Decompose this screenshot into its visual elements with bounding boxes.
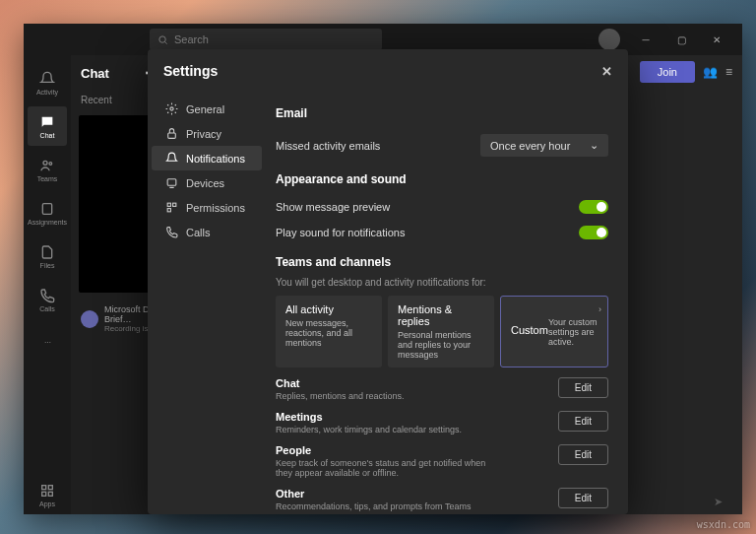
gear-icon — [165, 102, 178, 115]
join-button[interactable]: Join — [640, 61, 695, 83]
chevron-right-icon: › — [598, 304, 601, 314]
meeting-avatar — [81, 310, 98, 328]
minimize-button[interactable]: ─ — [628, 26, 663, 53]
svg-rect-9 — [168, 133, 176, 138]
more-icon: ⋯ — [44, 339, 51, 347]
appbar-calls[interactable]: Calls — [28, 280, 67, 319]
svg-rect-5 — [48, 485, 52, 489]
search-icon — [158, 34, 168, 45]
participants-icon[interactable]: 👥 — [703, 65, 718, 79]
permissions-icon — [165, 201, 178, 214]
settings-nav: General Privacy Notifications Devices Pe… — [148, 93, 266, 514]
close-window-button[interactable]: ✕ — [699, 26, 734, 53]
apps-icon — [39, 483, 55, 499]
appbar-teams[interactable]: Teams — [28, 150, 67, 189]
search-placeholder: Search — [174, 33, 209, 45]
missed-activity-label: Missed activity emails — [276, 140, 380, 152]
show-preview-toggle[interactable] — [579, 200, 608, 214]
files-icon — [39, 244, 55, 260]
assignments-icon — [39, 201, 55, 217]
nav-permissions[interactable]: Permissions — [152, 195, 262, 220]
edit-chat-button[interactable]: Edit — [558, 377, 608, 398]
nav-notifications[interactable]: Notifications — [152, 146, 262, 170]
phone-icon — [165, 226, 178, 238]
nav-general[interactable]: General — [152, 97, 262, 121]
appbar-more[interactable]: ⋯ — [28, 323, 67, 363]
play-sound-label: Play sound for notifications — [276, 227, 405, 238]
card-mentions-replies[interactable]: Mentions & replies Personal mentions and… — [388, 296, 494, 367]
nav-calls[interactable]: Calls — [152, 220, 262, 244]
close-icon[interactable]: ✕ — [601, 64, 612, 79]
section-teams: Teams and channels — [276, 255, 608, 269]
section-people: PeopleKeep track of someone's status and… — [276, 444, 608, 478]
svg-point-2 — [49, 162, 52, 165]
settings-content: Email Missed activity emails Once every … — [266, 93, 628, 514]
svg-rect-12 — [173, 203, 176, 206]
edit-people-button[interactable]: Edit — [558, 444, 608, 465]
bell-icon — [165, 152, 178, 165]
section-chat: ChatReplies, mentions and reactions. Edi… — [276, 377, 608, 401]
app-bar: Activity Chat Teams Assignments Files Ca… — [24, 55, 71, 514]
send-icon[interactable]: ➤ — [714, 496, 723, 508]
svg-rect-3 — [42, 203, 51, 214]
appbar-chat[interactable]: Chat — [28, 106, 67, 146]
lock-icon — [165, 127, 178, 140]
card-custom[interactable]: Custom Your custom settings are active. … — [500, 296, 608, 367]
svg-rect-7 — [48, 492, 52, 496]
maximize-button[interactable]: ▢ — [663, 26, 699, 53]
watermark: wsxdn.com — [697, 519, 750, 530]
chevron-down-icon: ⌄ — [590, 139, 598, 152]
svg-rect-6 — [42, 492, 46, 496]
missed-activity-select[interactable]: Once every hour ⌄ — [480, 134, 608, 157]
bell-icon — [39, 71, 55, 87]
teams-icon — [39, 158, 55, 173]
section-appearance: Appearance and sound — [276, 172, 608, 186]
section-meetings: MeetingsReminders, work timings and cale… — [276, 411, 608, 434]
appbar-files[interactable]: Files — [28, 236, 67, 276]
appbar-apps[interactable]: Apps — [28, 475, 67, 514]
nav-privacy[interactable]: Privacy — [152, 121, 262, 146]
phone-icon — [39, 288, 55, 303]
section-other: OtherRecommendations, tips, and prompts … — [276, 488, 608, 511]
card-all-activity[interactable]: All activity New messages, reactions, an… — [276, 296, 382, 367]
svg-rect-10 — [167, 179, 176, 186]
appbar-activity[interactable]: Activity — [28, 63, 67, 102]
edit-other-button[interactable]: Edit — [558, 488, 608, 508]
avatar[interactable] — [598, 29, 620, 50]
nav-devices[interactable]: Devices — [152, 170, 262, 195]
svg-point-0 — [159, 35, 165, 41]
devices-icon — [165, 176, 178, 189]
edit-meetings-button[interactable]: Edit — [558, 411, 608, 432]
svg-rect-4 — [42, 485, 46, 489]
settings-title: Settings — [163, 63, 218, 79]
svg-point-8 — [170, 107, 173, 110]
svg-rect-13 — [167, 209, 170, 212]
teams-sub: You will get desktop and activity notifi… — [276, 277, 608, 288]
options-icon[interactable]: ≡ — [725, 65, 732, 79]
svg-rect-11 — [167, 203, 170, 206]
chat-header-title: Chat — [81, 66, 109, 81]
show-preview-label: Show message preview — [276, 201, 390, 213]
section-email: Email — [276, 106, 608, 120]
svg-point-1 — [43, 161, 47, 165]
play-sound-toggle[interactable] — [579, 226, 608, 239]
settings-modal: Settings ✕ General Privacy Notifications… — [148, 49, 628, 514]
chat-icon — [39, 114, 55, 130]
appbar-assignments[interactable]: Assignments — [28, 193, 67, 233]
search-box[interactable]: Search — [150, 29, 382, 50]
